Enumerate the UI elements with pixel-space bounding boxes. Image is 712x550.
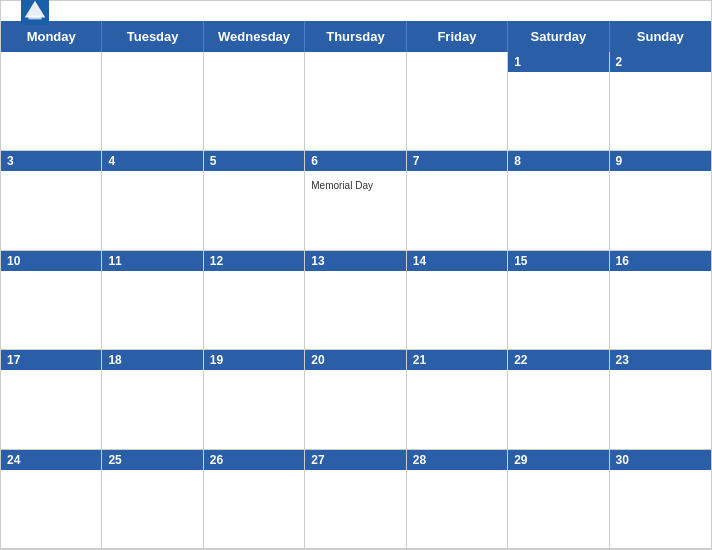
weekday-cell: Friday: [407, 21, 508, 52]
day-number: 27: [305, 450, 405, 470]
logo-icon: [21, 0, 49, 25]
day-number: 6: [305, 151, 405, 171]
day-number: 7: [407, 151, 507, 171]
day-cell: 5: [204, 151, 305, 250]
day-number: 16: [610, 251, 711, 271]
day-number: 10: [1, 251, 101, 271]
day-number: 8: [508, 151, 608, 171]
day-cell: 23: [610, 350, 711, 449]
day-cell: 1: [508, 52, 609, 151]
day-number: 13: [305, 251, 405, 271]
day-number: 21: [407, 350, 507, 370]
day-cell: 16: [610, 251, 711, 350]
event-label: Memorial Day: [311, 180, 373, 191]
weekday-cell: Sunday: [610, 21, 711, 52]
day-number: 5: [204, 151, 304, 171]
day-number: 15: [508, 251, 608, 271]
day-cell: 0: [102, 52, 203, 151]
day-cell: 22: [508, 350, 609, 449]
calendar-container: MondayTuesdayWednesdayThursdayFridaySatu…: [0, 0, 712, 550]
day-number: 28: [407, 450, 507, 470]
day-cell: 14: [407, 251, 508, 350]
day-number: 9: [610, 151, 711, 171]
day-cell: 11: [102, 251, 203, 350]
weekday-cell: Wednesday: [204, 21, 305, 52]
day-number: 19: [204, 350, 304, 370]
day-cell: 21: [407, 350, 508, 449]
calendar-header: [1, 1, 711, 21]
day-number: 26: [204, 450, 304, 470]
day-cell: 0: [305, 52, 406, 151]
day-number: 29: [508, 450, 608, 470]
day-cell: 28: [407, 450, 508, 549]
day-number: 3: [1, 151, 101, 171]
day-number: 17: [1, 350, 101, 370]
day-cell: 3: [1, 151, 102, 250]
day-cell: 19: [204, 350, 305, 449]
day-cell: 0: [1, 52, 102, 151]
svg-rect-2: [28, 16, 41, 20]
day-number: 30: [610, 450, 711, 470]
day-cell: 27: [305, 450, 406, 549]
day-cell: 24: [1, 450, 102, 549]
day-cell: 13: [305, 251, 406, 350]
day-cell: 6Memorial Day: [305, 151, 406, 250]
day-number: 12: [204, 251, 304, 271]
day-number: 14: [407, 251, 507, 271]
day-cell: 8: [508, 151, 609, 250]
day-cell: 25: [102, 450, 203, 549]
day-number: 20: [305, 350, 405, 370]
day-cell: 4: [102, 151, 203, 250]
weekday-cell: Tuesday: [102, 21, 203, 52]
day-cell: 0: [204, 52, 305, 151]
day-cell: 2: [610, 52, 711, 151]
weekdays-row: MondayTuesdayWednesdayThursdayFridaySatu…: [1, 21, 711, 52]
day-number: 18: [102, 350, 202, 370]
weekday-cell: Thursday: [305, 21, 406, 52]
day-cell: 7: [407, 151, 508, 250]
day-cell: 15: [508, 251, 609, 350]
day-number: 25: [102, 450, 202, 470]
day-number: 23: [610, 350, 711, 370]
day-number: 11: [102, 251, 202, 271]
day-number: 2: [610, 52, 711, 72]
day-cell: 26: [204, 450, 305, 549]
day-number: 1: [508, 52, 608, 72]
day-number: 24: [1, 450, 101, 470]
day-cell: 12: [204, 251, 305, 350]
day-number: 22: [508, 350, 608, 370]
day-cell: 0: [407, 52, 508, 151]
day-cell: 17: [1, 350, 102, 449]
calendar-grid: 00000123456Memorial Day78910111213141516…: [1, 52, 711, 549]
day-cell: 10: [1, 251, 102, 350]
day-cell: 30: [610, 450, 711, 549]
day-number: 4: [102, 151, 202, 171]
day-cell: 29: [508, 450, 609, 549]
day-cell: 9: [610, 151, 711, 250]
day-cell: 18: [102, 350, 203, 449]
day-cell: 20: [305, 350, 406, 449]
weekday-cell: Monday: [1, 21, 102, 52]
logo: [21, 0, 53, 25]
weekday-cell: Saturday: [508, 21, 609, 52]
